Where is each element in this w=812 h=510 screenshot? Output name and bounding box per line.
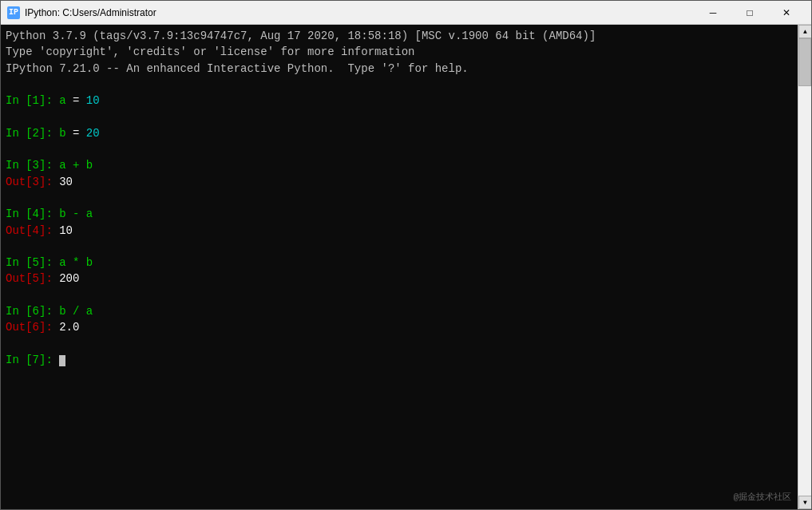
out-value-4: 10 [53,224,73,237]
blank4 [6,190,793,206]
out-value-5: 200 [53,272,80,285]
input-line-7: In [7]: [6,352,793,368]
code-2: b [53,127,73,140]
in-prompt-2: In [2]: [6,127,53,140]
code-3: a + b [53,159,93,172]
banner-line3: IPython 7.21.0 -- An enhanced Interactiv… [6,61,793,77]
input-line-4: In [4]: b - a [6,206,793,222]
in-prompt-1: In [1]: [6,94,53,107]
value-2: 20 [79,127,99,140]
out-value-6: 2.0 [53,321,80,334]
code-7 [53,354,59,366]
close-button[interactable]: ✕ [768,1,805,25]
terminal[interactable]: Python 3.7.9 (tags/v3.7.9:13c94747c7, Au… [1,25,798,509]
window-title: IPython: C:Users/Administrator [25,7,695,18]
out-value-3: 30 [53,176,73,188]
blank5 [6,239,793,255]
input-line-3: In [3]: a + b [6,157,793,173]
window-controls: ─ □ ✕ [695,1,805,25]
banner-line2: Type 'copyright', 'credits' or 'license'… [6,44,793,60]
input-line-1: In [1]: a = 10 [6,93,793,109]
code-6: b / a [53,305,93,318]
input-line-5: In [5]: a * b [6,255,793,271]
value-1: 10 [79,94,99,107]
watermark: @掘金技术社区 [733,491,791,503]
app-icon: IP [7,6,20,19]
blank7 [6,336,793,352]
in-prompt-7: In [7]: [6,354,53,366]
in-prompt-3: In [3]: [6,159,53,172]
code-5: a * b [53,256,93,269]
cursor [59,355,65,366]
scroll-track[interactable] [798,38,811,496]
output-line-5: Out[5]: 200 [6,271,793,287]
scroll-up-button[interactable]: ▲ [798,25,811,38]
in-prompt-4: In [4]: [6,208,53,220]
in-prompt-5: In [5]: [6,256,53,269]
blank3 [6,141,793,157]
blank6 [6,287,793,303]
out-prompt-6: Out[6]: [6,321,53,334]
title-bar: IP IPython: C:Users/Administrator ─ □ ✕ [1,1,811,25]
maximize-button[interactable]: □ [731,1,768,25]
out-prompt-4: Out[4]: [6,224,53,237]
terminal-container: Python 3.7.9 (tags/v3.7.9:13c94747c7, Au… [1,25,811,509]
out-prompt-3: Out[3]: [6,176,53,188]
input-line-2: In [2]: b = 20 [6,125,793,141]
blank2 [6,109,793,125]
output-line-3: Out[3]: 30 [6,174,793,190]
banner-line1: Python 3.7.9 (tags/v3.7.9:13c94747c7, Au… [6,28,793,44]
in-prompt-6: In [6]: [6,305,53,318]
out-prompt-5: Out[5]: [6,272,53,285]
scroll-thumb[interactable] [798,38,811,86]
minimize-button[interactable]: ─ [695,1,731,25]
output-line-4: Out[4]: 10 [6,223,793,239]
scroll-down-button[interactable]: ▼ [798,496,811,509]
blank1 [6,77,793,93]
scrollbar[interactable]: ▲ ▼ [798,25,811,509]
output-line-6: Out[6]: 2.0 [6,319,793,335]
code-4: b - a [53,208,93,220]
terminal-wrapper: Python 3.7.9 (tags/v3.7.9:13c94747c7, Au… [1,25,798,509]
input-line-6: In [6]: b / a [6,303,793,319]
code-1: a [53,94,73,107]
main-window: IP IPython: C:Users/Administrator ─ □ ✕ … [0,0,812,510]
